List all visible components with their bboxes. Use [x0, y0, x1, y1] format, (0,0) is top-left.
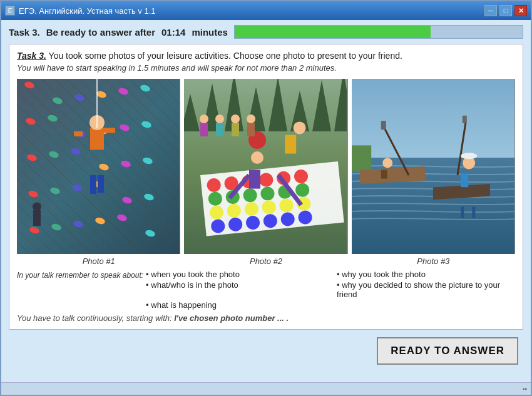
talk-points-grid: • when you took the photo • why you took…: [146, 270, 515, 310]
starting-prefix: You have to talk continuously, starting …: [17, 313, 172, 323]
progress-bar-fill: [235, 26, 431, 38]
task-title-bold: Task 3.: [17, 51, 46, 61]
photo-2-canvas: [184, 79, 347, 254]
talk-point-3: • what/who is in the photo: [146, 280, 324, 299]
talk-point-4: • why you decided to show the picture to…: [337, 280, 515, 299]
task-content-box: Task 3. You took some photos of your lei…: [9, 44, 523, 330]
talk-section: In your talk remember to speak about: • …: [17, 270, 515, 310]
content-area: Task 3. Be ready to answer after 01:14 m…: [1, 20, 531, 382]
photo-1-item: Photo #1: [17, 79, 180, 266]
task-subtitle: You will have to start speaking in 1.5 m…: [17, 63, 515, 73]
window-title: ЕГЭ. Английский. Устная часть v 1.1: [19, 6, 156, 16]
photo-2-item: Photo #2: [184, 79, 347, 266]
progress-bar-container: [234, 25, 523, 39]
talk-point-1: • when you took the photo: [146, 270, 324, 279]
photo-2-caption: Photo #2: [250, 256, 282, 266]
status-text: ▪▪: [523, 385, 527, 392]
close-button[interactable]: ✕: [514, 5, 527, 16]
ready-button-row: READY TO ANSWER: [9, 337, 523, 365]
photo-1-canvas: [17, 79, 180, 254]
talk-about-label: In your talk remember to speak about:: [17, 271, 143, 280]
photo-1-image: [17, 79, 180, 254]
countdown-time: 01:14: [161, 27, 185, 38]
photo-2-image: [184, 79, 347, 254]
status-bar: ▪▪: [1, 382, 531, 395]
ready-after-label: Be ready to answer after: [46, 27, 155, 38]
task-label: Task 3.: [9, 27, 40, 38]
timer-row: Task 3. Be ready to answer after 01:14 m…: [9, 25, 523, 39]
photo-3-canvas: [352, 79, 514, 254]
photo-1-caption: Photo #1: [83, 256, 115, 266]
minutes-label: minutes: [192, 27, 228, 38]
photos-row: Photo #1 Photo #2 Photo #3: [17, 79, 515, 266]
app-icon: E: [5, 6, 15, 16]
title-bar-left: E ЕГЭ. Английский. Устная часть v 1.1: [5, 6, 156, 16]
minimize-button[interactable]: ─: [484, 5, 497, 16]
ready-to-answer-button[interactable]: READY TO ANSWER: [377, 337, 518, 365]
main-window: E ЕГЭ. Английский. Устная часть v 1.1 ─ …: [0, 0, 532, 396]
photo-3-image: [352, 79, 515, 254]
talk-point-5: • what is happening: [146, 300, 324, 310]
maximize-button[interactable]: □: [499, 5, 512, 16]
window-controls: ─ □ ✕: [484, 5, 527, 16]
starting-bold: I've chosen photo number ... .: [172, 313, 289, 323]
title-bar: E ЕГЭ. Английский. Устная часть v 1.1 ─ …: [1, 1, 531, 20]
photo-3-caption: Photo #3: [417, 256, 449, 266]
task-title: Task 3. You took some photos of your lei…: [17, 51, 515, 61]
task-title-rest: You took some photos of your leisure act…: [46, 51, 402, 61]
talk-point-2: • why you took the photo: [337, 270, 515, 279]
photo-3-item: Photo #3: [352, 79, 515, 266]
starting-text: You have to talk continuously, starting …: [17, 313, 515, 323]
